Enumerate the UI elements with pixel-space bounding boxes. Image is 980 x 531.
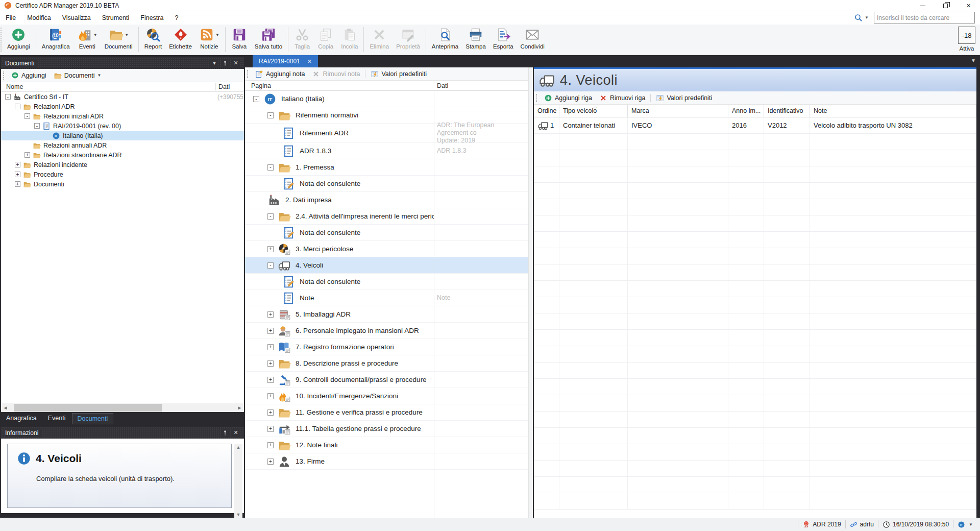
expander-plus-icon[interactable]: +: [267, 344, 274, 350]
tree-item[interactable]: -RAI/2019-0001 (rev. 00): [1, 121, 244, 131]
search-input[interactable]: [874, 12, 975, 23]
expander-minus-icon[interactable]: -: [5, 94, 11, 100]
toolbar-button-salva[interactable]: Salva: [228, 25, 251, 55]
expander-plus-icon[interactable]: +: [267, 328, 274, 334]
pin-icon[interactable]: [222, 60, 229, 67]
page-tree-item[interactable]: 2. Dati impresa: [245, 192, 528, 208]
expander-plus-icon[interactable]: +: [15, 162, 20, 167]
table-row[interactable]: [534, 248, 976, 264]
page-tree-item[interactable]: +7. Registro formazione operatori: [245, 339, 528, 355]
status-item-language[interactable]: IT▼: [953, 521, 977, 528]
table-row[interactable]: [534, 493, 976, 510]
toolbar-button-esporta[interactable]: Esporta: [489, 25, 517, 55]
expander-minus-icon[interactable]: -: [267, 213, 274, 220]
expander-minus-icon[interactable]: -: [34, 123, 40, 129]
table-row[interactable]: 1Container telonatiIVECO2016V2012Veicolo…: [534, 117, 976, 134]
search-icon[interactable]: [854, 13, 863, 22]
menu-item-finestra[interactable]: Finestra: [135, 12, 169, 23]
column-pagina[interactable]: Pagina: [245, 82, 271, 89]
expander-plus-icon[interactable]: +: [267, 360, 274, 367]
column-dati[interactable]: Dati: [437, 82, 448, 89]
document-tab[interactable]: RAI/2019-0001 ✕: [253, 55, 318, 67]
tree-item[interactable]: -Certifico Srl - IT(+3907559: [1, 92, 244, 102]
page-tree-item[interactable]: Nota del consulente: [245, 274, 528, 290]
tab-overflow-icon[interactable]: ▼: [971, 58, 976, 63]
table-row[interactable]: [534, 330, 976, 346]
tree-item[interactable]: -Relazioni ADR: [1, 102, 244, 111]
documents-menu-button[interactable]: Documenti ▼: [50, 69, 105, 82]
expander-plus-icon[interactable]: +: [267, 311, 274, 318]
add-button[interactable]: Aggiungi: [8, 69, 50, 82]
tree-item[interactable]: +Procedure: [1, 170, 244, 179]
restore-button[interactable]: [934, 0, 957, 11]
menu-item--[interactable]: ?: [169, 12, 184, 23]
toolbar-button-eventi[interactable]: ▼Eventi: [74, 25, 101, 55]
close-icon[interactable]: ✕: [232, 59, 240, 67]
toolbar-button-salva-tutto[interactable]: Salva tutto: [251, 25, 286, 55]
tree-item[interactable]: Relazioni annuali ADR: [1, 140, 244, 150]
tree-item[interactable]: ITItaliano (Italia): [1, 131, 244, 140]
table-row[interactable]: [534, 183, 976, 199]
toolbar-button-aggiungi[interactable]: Aggiungi: [4, 25, 34, 55]
table-row[interactable]: [534, 264, 976, 281]
chevron-down-icon[interactable]: ▼: [215, 33, 219, 37]
search-dropdown-icon[interactable]: ▼: [865, 15, 869, 20]
table-row[interactable]: [534, 281, 976, 297]
expander-plus-icon[interactable]: +: [267, 246, 274, 252]
attiva-button[interactable]: -18: [958, 27, 975, 44]
expander-minus-icon[interactable]: -: [253, 96, 259, 102]
page-tree-item[interactable]: -2.4. Attività dell'impresa inerenti le …: [245, 208, 528, 225]
expander-plus-icon[interactable]: +: [15, 172, 20, 177]
page-tree-item[interactable]: NoteNote: [245, 290, 528, 306]
table-row[interactable]: [534, 477, 976, 493]
close-button[interactable]: ✕: [957, 0, 980, 11]
expander-minus-icon[interactable]: -: [267, 262, 274, 269]
table-row[interactable]: [534, 428, 976, 444]
expander-plus-icon[interactable]: +: [267, 426, 274, 432]
toolbar-button-anteprima[interactable]: Anteprima: [428, 25, 462, 55]
column-header-note[interactable]: Note: [810, 105, 976, 117]
tree-item[interactable]: -Relazioni iniziali ADR: [1, 111, 244, 121]
page-tree-item[interactable]: +6. Personale impiegato in mansioni ADR: [245, 323, 528, 339]
chevron-down-icon[interactable]: ▼: [969, 522, 973, 527]
table-row[interactable]: [534, 215, 976, 232]
page-tree-item[interactable]: +12. Note finali: [245, 437, 528, 453]
documents-column-header[interactable]: Nome Dati: [1, 82, 244, 92]
close-icon[interactable]: ✕: [232, 429, 240, 437]
button-aggiungi-riga[interactable]: Aggiungi riga: [541, 91, 596, 104]
toolbar-button-documenti[interactable]: ▼Documenti: [101, 25, 136, 55]
toolbar-button-etichette[interactable]: 3Etichette: [165, 25, 195, 55]
expander-minus-icon[interactable]: -: [267, 112, 274, 118]
tree-item[interactable]: +Relazioni incidente: [1, 160, 244, 170]
table-row[interactable]: [534, 412, 976, 428]
page-tree-item[interactable]: +13. Firme: [245, 453, 528, 470]
chevron-down-icon[interactable]: ▼: [93, 33, 97, 37]
column-header-anno-im-[interactable]: Anno im...: [728, 105, 764, 117]
toolbar-grip[interactable]: [536, 94, 538, 102]
column-header-marca[interactable]: Marca: [628, 105, 728, 117]
page-tree-item[interactable]: -ITItaliano (Italia): [245, 91, 528, 107]
page-tree-item[interactable]: Riferimenti ADRADR: The European Agreeme…: [245, 124, 528, 143]
dock-tab-anagrafica[interactable]: Anagrafica: [1, 413, 42, 423]
table-row[interactable]: [534, 395, 976, 412]
toolbar-grip[interactable]: [1, 28, 3, 52]
expander-plus-icon[interactable]: +: [267, 458, 274, 465]
tab-close-icon[interactable]: ✕: [307, 58, 312, 65]
page-tree-item[interactable]: +9. Controlli documentali/prassi e proce…: [245, 372, 528, 388]
button-valori-predefiniti[interactable]: Valori predefiniti: [367, 67, 430, 80]
horizontal-scrollbar[interactable]: ◄ ►: [1, 403, 244, 412]
tree-item[interactable]: +Relazioni straordinarie ADR: [1, 150, 244, 160]
pin-icon[interactable]: [222, 429, 229, 437]
minimize-button[interactable]: [911, 0, 934, 11]
expander-minus-icon[interactable]: -: [24, 113, 30, 119]
table-row[interactable]: [534, 363, 976, 379]
pages-column-header[interactable]: Pagina Dati: [245, 81, 528, 91]
page-tree-item[interactable]: +11.1. Tabella gestione prassi e procedu…: [245, 421, 528, 437]
panel-menu-icon[interactable]: ▾: [210, 59, 218, 67]
toolbar-grip[interactable]: [3, 71, 5, 80]
table-row[interactable]: [534, 379, 976, 395]
table-row[interactable]: [534, 313, 976, 330]
chevron-down-icon[interactable]: ▼: [125, 33, 129, 37]
table-row[interactable]: [534, 346, 976, 363]
table-row[interactable]: [534, 297, 976, 313]
